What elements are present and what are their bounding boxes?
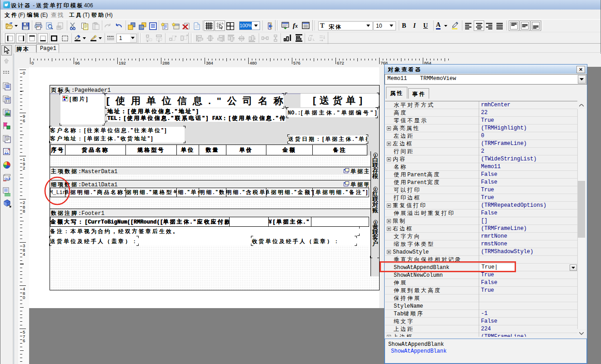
- svg-text:OLE: OLE: [5, 177, 11, 180]
